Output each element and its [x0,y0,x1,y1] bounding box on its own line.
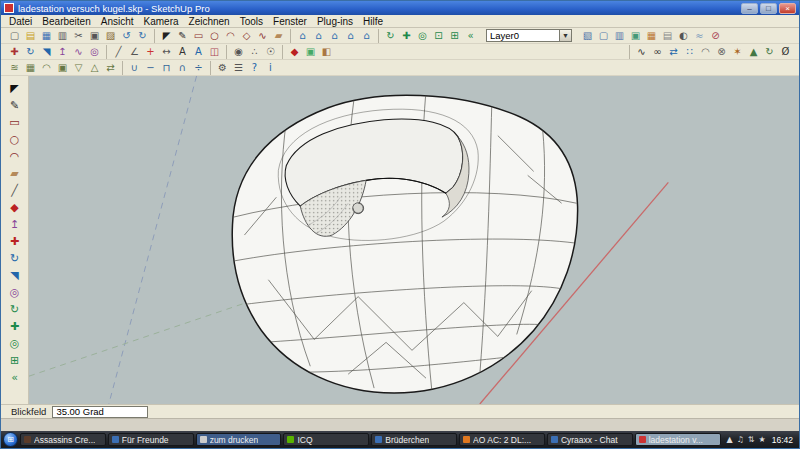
tray-icon[interactable]: ★ [759,435,766,444]
push-pull-tool-icon[interactable]: ↥ [5,216,25,232]
stamp-icon[interactable]: ▣ [55,61,70,75]
rotate-tool-icon[interactable]: ↻ [5,250,25,266]
info-icon[interactable]: i [263,61,278,75]
undo-icon[interactable]: ↺ [119,29,134,43]
polygon-icon[interactable]: ◇ [239,29,254,43]
measurement-input[interactable]: 35.00 Grad [52,406,148,418]
arc-tool-icon[interactable]: ◠ [5,148,25,164]
circle-tool-icon[interactable]: ○ [5,131,25,147]
components-icon[interactable]: ▣ [303,45,318,59]
shaded-icon[interactable]: ▣ [628,29,643,43]
view-iso-icon[interactable]: ⌂ [295,29,310,43]
clock[interactable]: 16:42 [770,435,793,445]
circle-icon[interactable]: ○ [207,29,222,43]
view-right-icon[interactable]: ⌂ [343,29,358,43]
model-canvas[interactable] [29,76,799,404]
tape-measure-icon[interactable]: ╱ [111,45,126,59]
follow-me-icon[interactable]: ∿ [71,45,86,59]
view-top-icon[interactable]: ⌂ [311,29,326,43]
add-detail-icon[interactable]: △ [87,61,102,75]
line-icon[interactable]: ✎ [175,29,190,43]
paint-bucket-icon[interactable]: ◆ [287,45,302,59]
save-icon[interactable]: ▦ [39,29,54,43]
copy-icon[interactable]: ▣ [87,29,102,43]
zoom-extents-icon[interactable]: ⊞ [447,29,462,43]
shadows-icon[interactable]: ◐ [676,29,691,43]
xray-icon[interactable]: ▧ [580,29,595,43]
smoove-icon[interactable]: ◠ [39,61,54,75]
scale-icon[interactable]: ◥ [39,45,54,59]
intersect-icon[interactable]: ⊗ [714,45,729,59]
fog-icon[interactable]: ≈ [692,29,707,43]
menu-item[interactable]: Kamera [139,15,184,28]
tray-icon[interactable]: ♫ [737,435,744,444]
rectangle-tool-icon[interactable]: ▭ [5,114,25,130]
bezier-icon[interactable]: ∿ [634,45,649,59]
measure-icon[interactable]: Ø [778,45,793,59]
zoom-icon[interactable]: ◎ [415,29,430,43]
offset-icon[interactable]: ◎ [87,45,102,59]
split-icon[interactable]: ÷ [191,61,206,75]
menu-item[interactable]: Zeichnen [184,15,235,28]
scale-tool-icon[interactable]: ◥ [5,267,25,283]
zoom-extents-tool-icon[interactable]: ⊞ [5,352,25,368]
cut-icon[interactable]: ✂ [71,29,86,43]
eraser-tool-icon[interactable]: ▰ [5,165,25,181]
menu-item[interactable]: Bearbeiten [37,15,95,28]
start-button[interactable]: ⊞ [3,432,18,447]
eraser-icon[interactable]: ▰ [271,29,286,43]
minimize-button[interactable]: – [741,3,758,14]
section-icon[interactable]: ⊘ [708,29,723,43]
help-icon[interactable]: ? [247,61,262,75]
select-icon[interactable]: ◤ [159,29,174,43]
offset-tool-icon[interactable]: ◎ [5,284,25,300]
explode-icon[interactable]: ✶ [730,45,745,59]
3d-text-icon[interactable]: A [191,45,206,59]
section-plane-icon[interactable]: ◫ [207,45,222,59]
text-icon[interactable]: A [175,45,190,59]
menu-item[interactable]: Datei [4,15,37,28]
taskbar-zum-drucken[interactable]: zum drucken [196,433,282,446]
print-icon[interactable]: ▥ [55,29,70,43]
taskbar-ao-ac[interactable]: AO AC: 2 DL:... [459,433,545,446]
purge-icon[interactable]: ↻ [762,45,777,59]
dimension-icon[interactable]: ↔ [159,45,174,59]
arc-icon[interactable]: ◠ [223,29,238,43]
pan-tool-icon[interactable]: ✚ [5,318,25,334]
tray-icon[interactable]: ⇅ [748,435,755,444]
push-pull-icon[interactable]: ↥ [55,45,70,59]
zoom-tool-icon[interactable]: ◎ [5,335,25,351]
flip-icon[interactable]: ⇄ [666,45,681,59]
tape-measure-tool-icon[interactable]: ╱ [5,182,25,198]
flip-edge-icon[interactable]: ⇄ [103,61,118,75]
array-icon[interactable]: ∷ [682,45,697,59]
materials-icon[interactable]: ◧ [319,45,334,59]
new-icon[interactable]: ▢ [7,29,22,43]
view-front-icon[interactable]: ⌂ [327,29,342,43]
axes-icon[interactable]: + [143,45,158,59]
chevron-down-icon[interactable]: ▼ [560,29,572,42]
view-back-icon[interactable]: ⌂ [359,29,374,43]
layer-dropdown[interactable]: Layer0 ▼ [486,29,572,42]
wireframe-icon[interactable]: ▢ [596,29,611,43]
hidden-line-icon[interactable]: ▥ [612,29,627,43]
textured-icon[interactable]: ▦ [644,29,659,43]
from-scratch-icon[interactable]: ▦ [23,61,38,75]
settings-icon[interactable]: ⚙ [215,61,230,75]
pan-icon[interactable]: ✚ [399,29,414,43]
orbit-icon[interactable]: ↻ [383,29,398,43]
move-tool-icon[interactable]: ✚ [5,233,25,249]
drape-icon[interactable]: ▽ [71,61,86,75]
menu-item[interactable]: Ansicht [96,15,139,28]
menu-item[interactable]: Plug-ins [312,15,358,28]
trim-icon[interactable]: ⊓ [159,61,174,75]
position-camera-icon[interactable]: ◉ [231,45,246,59]
taskbar-cyraaxx-chat[interactable]: Cyraaxx - Chat [547,433,633,446]
freehand-icon[interactable]: ∿ [255,29,270,43]
make-face-icon[interactable]: ▲ [746,45,761,59]
look-around-icon[interactable]: ☉ [263,45,278,59]
move-icon[interactable]: ✚ [7,45,22,59]
viewport[interactable] [29,76,799,404]
maximize-button[interactable]: □ [760,3,777,14]
protractor-icon[interactable]: ∠ [127,45,142,59]
